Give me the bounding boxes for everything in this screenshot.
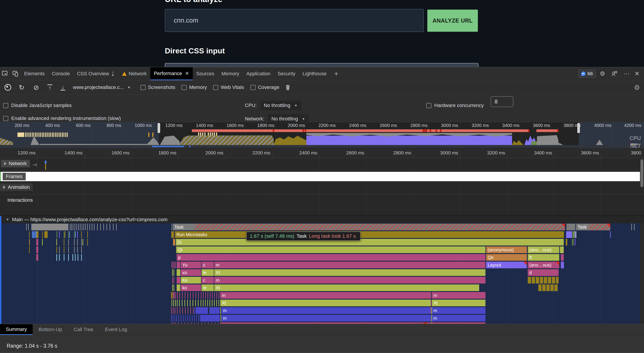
flame-event-qt[interactable]: Qt	[176, 246, 486, 253]
flame-event[interactable]	[31, 224, 68, 230]
tab-network[interactable]: Network	[118, 67, 150, 80]
flame-event--ano-ous-[interactable]: (ano…ous)	[528, 262, 559, 268]
url-input[interactable]	[165, 9, 424, 32]
close-tab-icon[interactable]: ✕	[185, 71, 189, 76]
flame-event[interactable]	[173, 239, 175, 246]
toolbar-checkbox-memory[interactable]: Memory	[182, 84, 207, 90]
flame-event-m[interactable]: m	[214, 262, 486, 268]
tab-application[interactable]: Application	[243, 67, 274, 80]
flame-event--anonymous-[interactable]: (anonymous)	[486, 246, 527, 253]
frames-strip[interactable]	[0, 172, 640, 181]
flame-event-yu[interactable]: Yu	[181, 262, 201, 268]
flame-event[interactable]	[532, 277, 535, 284]
flame-event-m[interactable]: m	[214, 277, 486, 284]
hardware-concurrency-input[interactable]	[490, 96, 514, 107]
collapse-triangle-icon[interactable]: ▼	[6, 218, 10, 222]
load-profile-icon[interactable]: ↑	[44, 84, 56, 90]
hardware-concurrency-checkbox-group[interactable]: Hardware concurrency	[426, 102, 484, 108]
flame-event-ke[interactable]: Ke	[181, 277, 201, 284]
flame-event[interactable]	[177, 284, 180, 291]
bottom-tab-call-tree[interactable]: Call Tree	[68, 324, 99, 335]
advanced-rendering-checkbox-group[interactable]: Enable advanced rendering instrumentatio…	[3, 115, 121, 121]
track-interactions[interactable]: Interactions	[4, 196, 36, 204]
settings-gear-icon[interactable]: ⚙	[599, 70, 606, 77]
flame-event[interactable]	[173, 292, 175, 299]
record-button[interactable]	[4, 84, 11, 91]
flame-event-d[interactable]: d	[528, 269, 558, 276]
flame-event[interactable]	[220, 322, 486, 324]
track-frames[interactable]: Frames	[3, 173, 26, 180]
flame-event-c[interactable]: c	[202, 262, 214, 268]
tab-sources[interactable]: Sources	[193, 67, 218, 80]
flame-event-c[interactable]: c	[202, 277, 214, 284]
css-textarea-top[interactable]	[165, 63, 478, 67]
flame-event-p[interactable]: p	[177, 254, 486, 261]
flame-event[interactable]	[552, 277, 555, 284]
network-request-stem[interactable]	[45, 164, 46, 170]
device-toolbar-icon[interactable]	[10, 69, 20, 79]
flame-event[interactable]	[561, 254, 564, 261]
flame-event[interactable]	[544, 277, 547, 284]
checkbox[interactable]	[3, 116, 8, 121]
selection-handle-left[interactable]	[158, 123, 160, 133]
tab-security[interactable]: Security	[274, 67, 299, 80]
flame-event[interactable]	[540, 277, 543, 284]
flame-event[interactable]	[566, 239, 567, 246]
flame-event[interactable]	[546, 284, 550, 291]
flame-event[interactable]	[556, 277, 558, 284]
bottom-tab-event-log[interactable]: Event Log	[99, 324, 133, 335]
clear-icon[interactable]: ⊘	[29, 83, 44, 91]
flame-event-xt[interactable]: Xt	[214, 269, 486, 276]
scrollbar-thumb[interactable]	[640, 159, 643, 187]
reload-and-record-icon[interactable]: ↻	[14, 83, 29, 91]
flame-event-task[interactable]: Task	[576, 224, 610, 230]
flame-event[interactable]	[209, 307, 220, 314]
bottom-tab-bottom-up[interactable]: Bottom-Up	[33, 324, 68, 335]
tab-lighthouse[interactable]: Lighthouse	[299, 67, 330, 80]
disable-js-checkbox-group[interactable]: Disable JavaScript samples	[3, 102, 72, 108]
flame-event[interactable]	[561, 262, 564, 268]
delete-recording-icon[interactable]	[285, 84, 290, 90]
flame-event-xo[interactable]: xo	[181, 269, 201, 276]
track-network[interactable]: Network	[1, 160, 30, 167]
flame-event[interactable]	[36, 231, 38, 238]
checkbox[interactable]	[426, 103, 431, 108]
expand-triangle-icon[interactable]	[3, 185, 6, 189]
flame-event[interactable]	[566, 231, 572, 238]
flame-event[interactable]	[177, 269, 180, 276]
scrollbar-track[interactable]	[640, 223, 644, 324]
flame-event[interactable]	[548, 277, 551, 284]
inspect-icon[interactable]	[0, 69, 10, 79]
flame-event[interactable]	[554, 284, 558, 291]
analyze-url-button[interactable]: ANALYZE URL	[427, 9, 478, 32]
toolbar-checkbox-screenshots[interactable]: Screenshots	[140, 84, 175, 90]
close-devtools-icon[interactable]: ✕	[634, 70, 640, 77]
timeline-ruler[interactable]: 1200 ms1400 ms1600 ms1800 ms2000 ms2200 …	[0, 148, 644, 158]
main-thread-header[interactable]: ▼ Main — https://www.projectwallace.com/…	[0, 216, 644, 223]
flame-event[interactable]	[423, 322, 427, 324]
feedback-icon[interactable]	[609, 69, 620, 79]
flame-event[interactable]	[36, 239, 38, 246]
save-profile-icon[interactable]: ↓	[56, 84, 69, 90]
expand-triangle-icon[interactable]	[4, 162, 6, 165]
track-animation[interactable]: Animation	[0, 183, 33, 191]
flame-event-ft[interactable]: ft	[528, 254, 559, 261]
flame-event-le[interactable]: le	[202, 269, 214, 276]
tab-memory[interactable]: Memory	[218, 67, 242, 80]
checkbox[interactable]	[3, 103, 8, 108]
flame-event[interactable]	[171, 231, 174, 238]
flame-event-m[interactable]: m	[220, 292, 431, 299]
flame-event-xt[interactable]: Xt	[220, 300, 431, 306]
checkbox[interactable]	[140, 85, 146, 90]
target-select[interactable]: www.projectwallace.c... ▼	[69, 84, 134, 90]
tab-console[interactable]: Console	[48, 67, 74, 80]
toolbar-checkbox-coverage[interactable]: Coverage	[250, 84, 279, 90]
flame-event-m[interactable]: m	[432, 307, 486, 314]
flame-event[interactable]	[550, 284, 554, 291]
flame-event[interactable]	[44, 231, 48, 238]
more-options-icon[interactable]: ⋯	[622, 70, 630, 77]
tab-performance[interactable]: Performance✕	[150, 67, 192, 80]
selection-handle-right[interactable]	[577, 123, 580, 133]
network-request-blue[interactable]	[45, 161, 46, 164]
flame-event-le[interactable]: le	[202, 284, 214, 291]
